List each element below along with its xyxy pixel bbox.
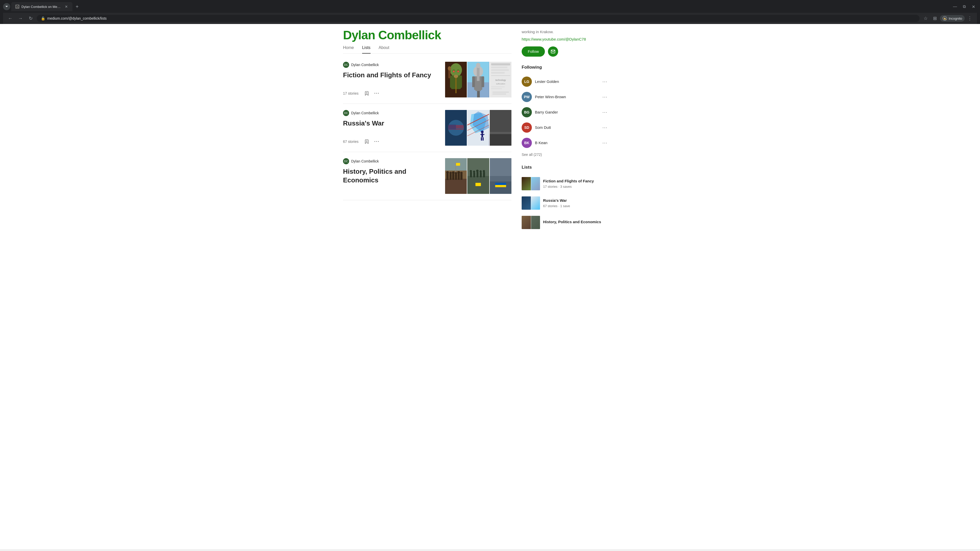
more-options-button[interactable]: ···	[601, 94, 608, 100]
list-card-author: DC Dylan Combellick	[343, 62, 439, 68]
save-to-list-button[interactable]	[363, 138, 371, 146]
tab-favicon: M	[15, 5, 19, 9]
site-header: Dylan Combellick Home Lists About	[343, 24, 511, 54]
svg-rect-32	[491, 69, 509, 71]
svg-text:🕵: 🕵	[943, 17, 947, 20]
svg-point-74	[455, 172, 457, 175]
following-item[interactable]: SD Som Dutt ···	[522, 120, 608, 135]
list-card: DC Dylan Combellick Russia's War 67 stor…	[343, 104, 511, 152]
tab-close-button[interactable]: ✕	[64, 4, 68, 9]
following-title: Following	[522, 65, 608, 70]
svg-rect-49	[448, 124, 456, 129]
save-to-list-button[interactable]	[363, 89, 371, 97]
list-card-content: DC Dylan Combellick Fiction and Flights …	[343, 62, 445, 97]
svg-point-17	[453, 71, 455, 72]
svg-point-14	[448, 66, 451, 71]
svg-rect-80	[455, 162, 456, 172]
more-options-button[interactable]: ···	[601, 139, 608, 146]
address-bar[interactable]: 🔒 medium.com/@dylan_combellick/lists	[37, 15, 920, 22]
tab-about[interactable]: About	[379, 45, 390, 54]
thumb-img	[531, 197, 540, 210]
sidebar-list-item[interactable]: History, Politics and Economics	[522, 213, 608, 232]
stories-count: 17 stories	[343, 91, 359, 95]
new-tab-button[interactable]: +	[73, 3, 81, 10]
sidebar-link[interactable]: https://www.youtube.com/@DylanC78	[522, 37, 608, 41]
thumb-img	[522, 197, 531, 210]
lists-title: Lists	[522, 165, 608, 170]
following-item[interactable]: BG Barry Gander ···	[522, 105, 608, 120]
following-item[interactable]: LG Lester Golden ···	[522, 74, 608, 89]
active-tab[interactable]: M Dylan Combellick on Medium ✕	[11, 2, 73, 11]
following-list: LG Lester Golden ··· PW Peter Winn-Brown…	[522, 74, 608, 151]
following-name: Barry Gander	[535, 110, 598, 114]
forward-button[interactable]: →	[16, 14, 24, 22]
tab-bar: M Dylan Combellick on Medium ✕ + — ⧉ ✕	[3, 2, 977, 11]
list-actions: ···	[363, 138, 381, 146]
list-title[interactable]: Russia's War	[343, 119, 439, 128]
bookmark-button[interactable]: ☆	[921, 14, 930, 22]
sidebar-list-meta: 17 stories · 3 saves	[543, 185, 608, 189]
list-image-2	[467, 62, 489, 97]
split-screen-button[interactable]: ⊞	[931, 14, 939, 22]
svg-rect-84	[470, 172, 472, 177]
more-options-button[interactable]: ···	[373, 89, 381, 97]
list-image-3	[490, 110, 511, 146]
page-content: Dylan Combellick Home Lists About DC Dyl…	[337, 24, 643, 232]
sidebar-list-meta: 67 stories · 1 save	[543, 204, 608, 208]
more-options-button[interactable]: ···	[373, 138, 381, 146]
list-title[interactable]: Fiction and Flights of Fancy	[343, 71, 439, 79]
sidebar-list-item[interactable]: Fiction and Flights of Fancy 17 stories …	[522, 174, 608, 193]
list-card-author: DC Dylan Combellick	[343, 158, 439, 164]
tab-lists[interactable]: Lists	[362, 45, 371, 54]
svg-point-76	[457, 171, 460, 174]
back-button[interactable]: ←	[6, 14, 14, 22]
minimize-button[interactable]: —	[951, 3, 959, 10]
list-card-author: DC Dylan Combellick	[343, 110, 439, 116]
svg-point-91	[479, 170, 482, 173]
svg-rect-90	[480, 172, 482, 177]
see-all-link[interactable]: See all (272)	[522, 152, 608, 157]
browser-chrome: M Dylan Combellick on Medium ✕ + — ⧉ ✕ ←…	[0, 0, 980, 24]
svg-rect-40	[492, 94, 506, 94]
list-title[interactable]: History, Politics and Economics	[343, 167, 439, 185]
sidebar-list-title: History, Politics and Economics	[543, 219, 608, 224]
list-info: History, Politics and Economics	[543, 219, 608, 225]
right-sidebar: working in Krakow. https://www.youtube.c…	[522, 24, 608, 232]
list-info: Russia's War 67 stories · 1 save	[543, 198, 608, 208]
subscribe-button[interactable]	[548, 46, 558, 57]
follow-button[interactable]: Follow	[522, 46, 545, 57]
list-actions: ···	[363, 89, 381, 97]
list-card: DC Dylan Combellick Fiction and Flights …	[343, 56, 511, 104]
list-image-2	[467, 110, 489, 146]
svg-rect-26	[476, 88, 481, 91]
svg-point-70	[449, 171, 452, 174]
close-button[interactable]: ✕	[970, 3, 977, 10]
sidebar-list-title: Fiction and Flights of Fancy	[543, 179, 608, 184]
restore-button[interactable]: ⧉	[961, 3, 968, 10]
following-item[interactable]: PW Peter Winn-Brown ···	[522, 89, 608, 105]
tab-home[interactable]: Home	[343, 45, 354, 54]
svg-rect-64	[490, 132, 511, 134]
menu-button[interactable]: ⋮	[966, 14, 974, 22]
more-options-button[interactable]: ···	[601, 109, 608, 116]
more-options-button[interactable]: ···	[601, 78, 608, 85]
list-thumbnail	[522, 177, 540, 190]
svg-rect-77	[460, 174, 463, 179]
lists-section: Lists Fiction and Flights of Fancy 17 st…	[522, 165, 608, 232]
incognito-label: Incognito	[948, 17, 962, 21]
svg-rect-73	[455, 174, 457, 180]
sidebar-list-item[interactable]: Russia's War 67 stories · 1 save	[522, 193, 608, 213]
following-item[interactable]: BK B Kean ···	[522, 135, 608, 151]
svg-rect-59	[480, 134, 485, 135]
more-options-button[interactable]: ···	[601, 124, 608, 131]
main-column: Dylan Combellick Home Lists About DC Dyl…	[343, 24, 522, 232]
stories-count: 67 stories	[343, 140, 359, 144]
list-cards: DC Dylan Combellick Fiction and Flights …	[343, 56, 511, 200]
author-name: Dylan Combellick	[351, 111, 379, 115]
following-section: Following LG Lester Golden ··· PW Peter …	[522, 65, 608, 157]
avatar: SD	[522, 122, 532, 133]
avatar: DC	[343, 158, 349, 164]
reload-button[interactable]: ↻	[27, 14, 35, 22]
tab-dropdown-button[interactable]	[3, 3, 10, 10]
avatar: BK	[522, 138, 532, 148]
